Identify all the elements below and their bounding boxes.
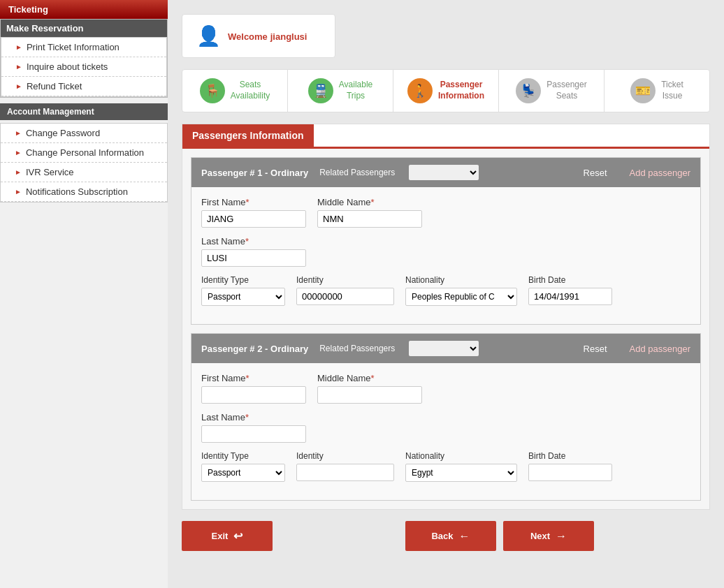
last-name-group-2: Last Name*	[201, 412, 306, 443]
step-seats-availability[interactable]: 🪑 SeatsAvailability	[182, 70, 288, 112]
first-name-group-1: First Name*	[201, 197, 306, 228]
nationality-group-2: Nationality Egypt Peoples Republic of C …	[405, 451, 517, 482]
step-available-trips[interactable]: 🚆 AvailableTrips	[288, 70, 393, 112]
passenger-2-row-1: First Name* Middle Name*	[201, 373, 690, 404]
middle-name-input-2[interactable]	[317, 386, 422, 404]
identity-type-label-2: Identity Type	[201, 451, 285, 461]
first-name-label-2: First Name*	[201, 373, 306, 383]
next-icon: →	[556, 530, 567, 543]
passenger-1-body: First Name* Middle Name* Last Na	[191, 187, 700, 324]
step-ticket-issue[interactable]: 🎫 TicketIssue	[604, 70, 709, 112]
arrow-icon: ►	[15, 168, 22, 176]
nationality-label-2: Nationality	[405, 451, 517, 461]
passenger-1-row-3: Identity Type Passport National ID Ident…	[201, 275, 690, 306]
arrow-icon: ►	[15, 82, 22, 90]
identity-type-select-2[interactable]: Passport National ID	[201, 464, 285, 482]
first-name-label-1: First Name*	[201, 197, 306, 207]
sidebar-item-label: Inquire about tickets	[27, 61, 108, 72]
related-passengers-select-2[interactable]	[409, 341, 479, 356]
ticket-issue-icon: 🎫	[630, 78, 656, 103]
sidebar-item-inquire-tickets[interactable]: ► Inquire about tickets	[1, 57, 166, 77]
birth-date-group-1: Birth Date	[528, 275, 612, 305]
steps-bar: 🪑 SeatsAvailability 🚆 AvailableTrips 🚶 P…	[182, 69, 710, 112]
identity-type-group-1: Identity Type Passport National ID	[201, 275, 285, 306]
first-name-input-2[interactable]	[201, 386, 306, 404]
step-label: PassengerSeats	[546, 80, 586, 101]
last-name-input-2[interactable]	[201, 425, 306, 443]
nationality-group-1: Nationality Peoples Republic of C Egypt …	[405, 275, 517, 306]
nationality-label-1: Nationality	[405, 275, 517, 285]
birth-date-group-2: Birth Date	[528, 451, 612, 481]
step-passenger-information[interactable]: 🚶 PassengerInformation	[393, 70, 499, 112]
identity-input-1[interactable]	[296, 288, 394, 305]
back-icon: ←	[459, 530, 470, 543]
passenger-2-card: Passenger # 2 - Ordinary Related Passeng…	[191, 333, 701, 501]
middle-name-input-1[interactable]	[317, 210, 422, 228]
user-avatar: 👤	[196, 24, 221, 47]
sidebar-item-refund-ticket[interactable]: ► Refund Ticket	[1, 77, 166, 96]
passenger-seats-icon: 💺	[516, 78, 541, 103]
identity-group-1: Identity	[296, 275, 394, 305]
related-passengers-select-1[interactable]	[409, 165, 479, 180]
sidebar-item-label: Notifications Subscription	[26, 186, 128, 197]
last-name-input-1[interactable]	[201, 249, 306, 267]
nationality-select-2[interactable]: Egypt Peoples Republic of C Other	[405, 464, 517, 482]
step-label: TicketIssue	[661, 80, 683, 101]
step-passenger-seats[interactable]: 💺 PassengerSeats	[499, 70, 604, 112]
step-label: PassengerInformation	[438, 80, 484, 101]
birth-date-input-1[interactable]	[528, 288, 612, 305]
main-content: 👤 Welcome jianglusi 🪑 SeatsAvailability …	[168, 0, 724, 588]
identity-type-group-2: Identity Type Passport National ID	[201, 451, 285, 482]
sidebar-account-management-header: Account Management	[0, 103, 168, 120]
sidebar-item-change-password[interactable]: ► Change Password	[1, 124, 167, 143]
sidebar: Ticketing Make Reservation ► Print Ticke…	[0, 0, 168, 588]
identity-group-2: Identity	[296, 451, 394, 481]
username: jianglusi	[270, 31, 307, 42]
nationality-select-1[interactable]: Peoples Republic of C Egypt Other	[405, 288, 517, 306]
seats-availability-icon: 🪑	[200, 78, 225, 103]
identity-type-label-1: Identity Type	[201, 275, 285, 285]
add-passenger-button-1[interactable]: Add passenger	[630, 168, 690, 178]
passenger-1-title: Passenger # 1 - Ordinary	[201, 168, 308, 178]
sidebar-item-print-ticket[interactable]: ► Print Ticket Information	[1, 38, 166, 57]
passenger-1-row-1: First Name* Middle Name*	[201, 197, 690, 228]
next-button[interactable]: Next →	[503, 521, 594, 551]
identity-label-1: Identity	[296, 275, 394, 285]
passengers-section: Passengers Information Passenger # 1 - O…	[182, 124, 710, 510]
exit-button[interactable]: Exit ↩	[182, 521, 273, 551]
last-name-group-1: Last Name*	[201, 236, 306, 267]
passenger-information-icon: 🚶	[407, 78, 433, 103]
step-label: AvailableTrips	[339, 80, 372, 101]
first-name-input-1[interactable]	[201, 210, 306, 228]
sidebar-item-label: Change Personal Information	[26, 147, 144, 158]
sidebar-item-label: Change Password	[26, 128, 100, 138]
passenger-2-row-2: Last Name*	[201, 412, 690, 443]
sidebar-item-notifications[interactable]: ► Notifications Subscription	[1, 182, 167, 202]
birth-date-label-1: Birth Date	[528, 275, 612, 285]
middle-name-group-2: Middle Name*	[317, 373, 422, 404]
welcome-text: Welcome jianglusi	[228, 31, 307, 42]
last-name-label-2: Last Name*	[201, 412, 306, 422]
middle-name-label-1: Middle Name*	[317, 197, 422, 207]
birth-date-label-2: Birth Date	[528, 451, 612, 461]
sidebar-item-make-reservation[interactable]: Make Reservation	[1, 20, 167, 37]
sidebar-ticketing-header: Ticketing	[0, 0, 168, 19]
sidebar-item-label: IVR Service	[26, 167, 74, 177]
birth-date-input-2[interactable]	[528, 464, 612, 481]
available-trips-icon: 🚆	[308, 78, 333, 103]
passenger-2-title: Passenger # 2 - Ordinary	[201, 344, 308, 354]
arrow-icon: ►	[15, 129, 22, 137]
identity-type-select-1[interactable]: Passport National ID	[201, 288, 285, 306]
arrow-icon: ►	[15, 43, 22, 51]
first-name-group-2: First Name*	[201, 373, 306, 404]
passengers-header-bar: Passengers Information	[182, 124, 709, 149]
step-label: SeatsAvailability	[231, 80, 270, 101]
sidebar-item-change-personal[interactable]: ► Change Personal Information	[1, 143, 167, 163]
sidebar-item-ivr-service[interactable]: ► IVR Service	[1, 163, 167, 182]
exit-icon: ↩	[233, 529, 242, 543]
add-passenger-button-2[interactable]: Add passenger	[630, 344, 690, 354]
reset-button-1[interactable]: Reset	[584, 168, 607, 178]
back-button[interactable]: Back ←	[405, 521, 496, 551]
identity-input-2[interactable]	[296, 464, 394, 481]
reset-button-2[interactable]: Reset	[584, 344, 607, 354]
